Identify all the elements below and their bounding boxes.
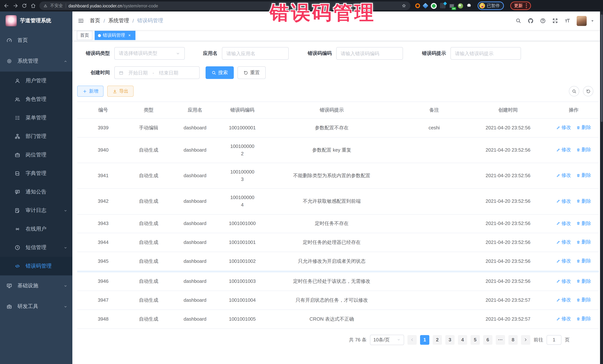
delete-button[interactable]: 删除: [576, 277, 591, 285]
edit-button[interactable]: 修改: [556, 296, 571, 304]
sidebar-item[interactable]: 系统管理: [0, 51, 72, 72]
delete-button[interactable]: 删除: [576, 220, 591, 227]
chevron-down-icon: [63, 246, 68, 250]
edit-button[interactable]: 修改: [556, 124, 571, 131]
breadcrumb-item[interactable]: 首页: [90, 17, 100, 24]
breadcrumb-separator: /: [104, 18, 105, 24]
delete-button[interactable]: 删除: [576, 257, 591, 265]
error-type-select[interactable]: 请选择错误码类型: [114, 47, 185, 60]
home-icon[interactable]: [30, 3, 36, 9]
page-button[interactable]: 2: [433, 335, 442, 345]
chevron-down-icon[interactable]: [590, 18, 595, 23]
error-hint-input[interactable]: [455, 51, 517, 56]
start-date-input[interactable]: [126, 70, 150, 76]
sidebar-item[interactable]: 短信管理: [0, 238, 72, 257]
edit-button[interactable]: 修改: [556, 146, 571, 154]
extension-gem-icon[interactable]: [422, 3, 428, 9]
extension-grid-icon[interactable]: [440, 3, 446, 9]
extension-switch-icon[interactable]: on: [449, 3, 454, 8]
error-code-input[interactable]: [341, 51, 399, 56]
browser-profile-chip[interactable]: 已暂停: [477, 1, 504, 10]
date-range-picker[interactable]: -: [114, 66, 200, 79]
github-icon[interactable]: [528, 18, 533, 24]
edit-button[interactable]: 修改: [556, 172, 571, 179]
reload-icon[interactable]: [22, 3, 27, 9]
extension-orange-ring-icon[interactable]: [415, 3, 420, 8]
app-name-input[interactable]: [226, 51, 284, 56]
search-icon[interactable]: [515, 18, 521, 24]
back-icon[interactable]: [4, 3, 9, 9]
sidebar-item[interactable]: 审计日志: [0, 201, 72, 220]
cell-hint: 参数配置不存在: [263, 118, 401, 137]
sidebar-item[interactable]: 研发工具: [0, 296, 72, 317]
delete-button[interactable]: 删除: [576, 315, 591, 322]
sidebar-item[interactable]: 通知公告: [0, 183, 72, 201]
sidebar-item[interactable]: 角色管理: [0, 90, 72, 109]
sidebar-item[interactable]: 字典管理: [0, 164, 72, 183]
edit-button[interactable]: 修改: [556, 197, 571, 205]
tag-item[interactable]: 首页: [77, 31, 93, 40]
page-button[interactable]: 1: [420, 335, 429, 345]
delete-button[interactable]: 删除: [576, 296, 591, 304]
page-button[interactable]: 4: [458, 335, 467, 345]
help-icon[interactable]: [540, 18, 546, 24]
app-logo[interactable]: 芋道管理系统: [0, 11, 72, 30]
cell-type: 自动生成: [129, 163, 168, 189]
sidebar-item[interactable]: 基础设施: [0, 276, 72, 296]
delete-button[interactable]: 删除: [576, 197, 591, 205]
edit-button[interactable]: 修改: [556, 277, 571, 285]
page-button[interactable]: 5: [471, 335, 480, 345]
page-size-select[interactable]: 10条/页: [370, 335, 404, 345]
user-avatar[interactable]: [577, 16, 587, 26]
font-size-icon[interactable]: [564, 18, 570, 24]
page-button[interactable]: 6: [483, 335, 492, 345]
trash-icon: [576, 240, 580, 244]
cell-app: dashboard: [168, 163, 222, 189]
goto-page-input[interactable]: [547, 335, 561, 345]
extension-vue-icon[interactable]: [431, 3, 437, 9]
page-button[interactable]: 8: [508, 335, 518, 345]
sidebar-item[interactable]: 菜单管理: [0, 109, 72, 127]
add-button[interactable]: 新增: [77, 86, 104, 97]
reset-button[interactable]: 重置: [237, 66, 266, 79]
sidebar-item[interactable]: 错误码管理: [0, 257, 72, 276]
prev-page-button[interactable]: [407, 335, 417, 345]
refresh-table-button[interactable]: [583, 86, 593, 96]
delete-button[interactable]: 删除: [576, 172, 591, 179]
page-button[interactable]: 3: [445, 335, 454, 345]
sidebar-item[interactable]: 用户管理: [0, 72, 72, 90]
delete-button[interactable]: 删除: [576, 146, 591, 154]
error-hint-label: 错误码提示: [413, 50, 451, 57]
edit-button[interactable]: 修改: [556, 239, 571, 246]
fullscreen-icon[interactable]: [552, 18, 558, 24]
scrollbar[interactable]: [600, 11, 603, 364]
sidebar-item[interactable]: 岗位管理: [0, 146, 72, 164]
show-search-button[interactable]: [569, 86, 579, 96]
browser-menu-dots-icon[interactable]: [526, 3, 527, 8]
sidebar-item[interactable]: 首页: [0, 30, 72, 51]
sidebar-item[interactable]: 部门管理: [0, 127, 72, 146]
hamburger-icon[interactable]: [78, 17, 84, 24]
delete-button[interactable]: 删除: [576, 124, 591, 131]
edit-button[interactable]: 修改: [556, 257, 571, 265]
address-bar[interactable]: 不安全 dashboard.yudao.iocoder.cn /system/e…: [39, 1, 410, 10]
edit-button[interactable]: 修改: [556, 315, 571, 322]
delete-button[interactable]: 删除: [576, 239, 591, 246]
extension-green-icon[interactable]: [458, 3, 463, 8]
bookmark-star-icon[interactable]: [402, 3, 406, 8]
sidebar-item[interactable]: 在线用户: [0, 220, 72, 238]
chevron-down-icon: [63, 305, 68, 309]
browser-update-button[interactable]: 更新: [510, 1, 531, 10]
cell-hint: 只有开启状态的任务，才可以修改: [263, 291, 401, 310]
forward-icon[interactable]: [13, 3, 18, 9]
search-button[interactable]: 搜索: [206, 66, 234, 79]
edit-button[interactable]: 修改: [556, 220, 571, 227]
tag-active[interactable]: 错误码管理: [95, 31, 135, 40]
end-date-input[interactable]: [157, 70, 181, 76]
close-icon[interactable]: [127, 33, 132, 38]
breadcrumb-item[interactable]: 系统管理: [108, 17, 129, 24]
export-button[interactable]: 导出: [107, 86, 134, 97]
next-page-button[interactable]: [521, 335, 530, 345]
page-ellipsis[interactable]: ···: [496, 335, 505, 345]
extensions-puzzle-icon[interactable]: [466, 3, 472, 9]
